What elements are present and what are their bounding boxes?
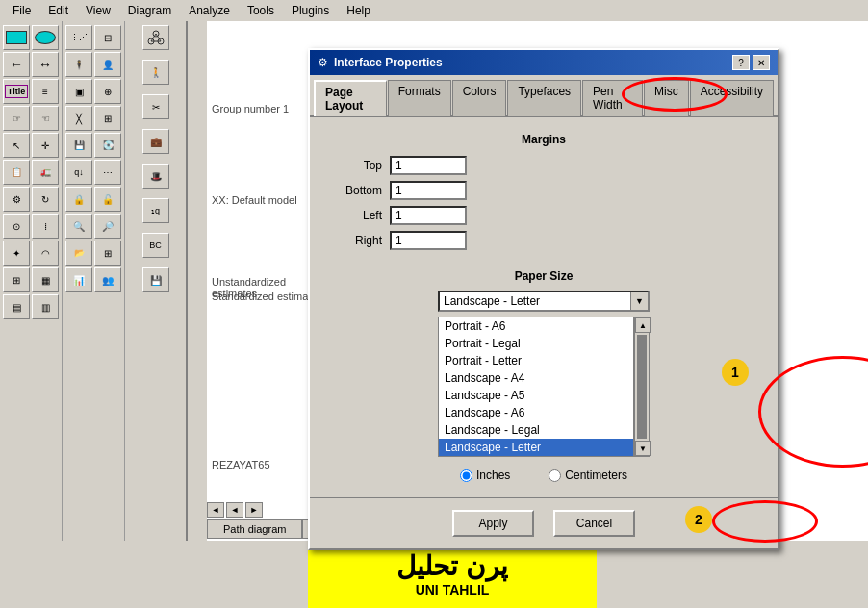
menu-view[interactable]: View bbox=[78, 2, 118, 19]
centimeters-radio-label[interactable]: Centimeters bbox=[549, 469, 627, 482]
tab-colors[interactable]: Colors bbox=[452, 80, 507, 116]
tool2-nodes[interactable]: ⊕ bbox=[94, 79, 121, 104]
tab-typefaces[interactable]: Typefaces bbox=[507, 80, 581, 116]
tool2-zoomin[interactable]: 🔍 bbox=[65, 214, 92, 239]
tool3-floppy[interactable]: 💾 bbox=[142, 267, 169, 292]
tool-bars[interactable]: ▥ bbox=[32, 294, 59, 319]
tool2-zoomout[interactable]: 🔎 bbox=[94, 214, 121, 239]
tab-pen-width[interactable]: Pen Width bbox=[582, 80, 643, 116]
dialog-tabs: Page Layout Formats Colors Typefaces Pen… bbox=[310, 75, 778, 117]
scroll-down-arrow[interactable]: ▼ bbox=[635, 441, 651, 456]
paper-dropdown-value[interactable]: Landscape - Letter bbox=[440, 292, 630, 310]
centimeters-radio[interactable] bbox=[549, 469, 561, 482]
dropdown-item-1[interactable]: Portrait - Legal bbox=[439, 335, 633, 352]
tool3-triforce[interactable] bbox=[142, 25, 169, 50]
tool2-grid3[interactable]: ⊞ bbox=[94, 241, 121, 266]
dropdown-item-2[interactable]: Portrait - Letter bbox=[439, 352, 633, 369]
tool2-lock[interactable]: 🔒 bbox=[65, 187, 92, 212]
tool2-histogram[interactable]: 📊 bbox=[65, 267, 92, 292]
tool2-disk[interactable]: 💽 bbox=[94, 133, 121, 158]
tool2-q[interactable]: q↓ bbox=[65, 160, 92, 185]
tool-truck[interactable]: 🚛 bbox=[32, 160, 59, 185]
tool-arc[interactable]: ◠ bbox=[32, 241, 59, 266]
tool-refresh[interactable]: ↻ bbox=[32, 187, 59, 212]
menu-file[interactable]: File bbox=[5, 2, 38, 19]
tool-pointer[interactable]: ↖ bbox=[3, 133, 30, 158]
tab-formats[interactable]: Formats bbox=[388, 80, 451, 116]
tool2-row-10: 📊 👥 bbox=[65, 267, 121, 292]
tool-arrow-right[interactable]: ↔ bbox=[32, 52, 59, 77]
cancel-button[interactable]: Cancel bbox=[553, 510, 635, 537]
inches-radio[interactable] bbox=[460, 469, 472, 482]
tab-misc[interactable]: Misc bbox=[644, 80, 689, 116]
tool3-person[interactable]: 🚶 bbox=[142, 60, 169, 85]
tab-path-diagram[interactable]: Path diagram bbox=[207, 519, 302, 539]
menu-plugins[interactable]: Plugins bbox=[284, 2, 337, 19]
default-model-label: XX: Default model bbox=[212, 194, 297, 206]
dropdown-item-4[interactable]: Landscape - A5 bbox=[439, 387, 633, 404]
scroll-right-btn[interactable]: ► bbox=[245, 502, 263, 518]
scroll-thumb[interactable] bbox=[637, 335, 647, 439]
tool-star[interactable]: ✦ bbox=[3, 241, 30, 266]
menu-diagram[interactable]: Diagram bbox=[120, 2, 179, 19]
tool-list[interactable]: ≡ bbox=[32, 79, 59, 104]
tool-oval[interactable] bbox=[32, 25, 59, 50]
tool2-unlock[interactable]: 🔓 bbox=[94, 187, 121, 212]
figure2-icon: 👤 bbox=[102, 60, 114, 70]
menu-edit[interactable]: Edit bbox=[40, 2, 76, 19]
histogram-icon: 📊 bbox=[73, 275, 85, 286]
tool2-network2[interactable]: ⋯ bbox=[94, 160, 121, 185]
tool2-row-3: ▣ ⊕ bbox=[65, 79, 121, 104]
dialog-close-btn[interactable]: ✕ bbox=[753, 55, 770, 70]
tool-copy[interactable]: 📋 bbox=[3, 160, 30, 185]
tab-accessibility[interactable]: Accessibility bbox=[690, 80, 774, 116]
menu-help[interactable]: Help bbox=[339, 2, 378, 19]
tool2-diagonal[interactable]: ╳ bbox=[65, 106, 92, 131]
tool3-suitcase[interactable]: 💼 bbox=[142, 129, 169, 154]
tool-crosshair[interactable]: ✛ bbox=[32, 133, 59, 158]
tool-circles[interactable]: ⊙ bbox=[3, 214, 30, 239]
tool2-clipboard[interactable]: 📂 bbox=[65, 241, 92, 266]
tool-arrow-left[interactable]: ← bbox=[3, 52, 30, 77]
tool2-save[interactable]: 💾 bbox=[65, 133, 92, 158]
tool2-figure2[interactable]: 👤 bbox=[94, 52, 121, 77]
tool-cyan-rect[interactable] bbox=[3, 25, 30, 50]
dropdown-item-6[interactable]: Landscape - Legal bbox=[439, 421, 633, 439]
dropdown-item-7[interactable]: Landscape - Letter bbox=[439, 439, 633, 456]
dropdown-item-3[interactable]: Landscape - A4 bbox=[439, 369, 633, 387]
tool-title[interactable]: Title bbox=[3, 79, 30, 104]
tool2-boxes[interactable]: ▣ bbox=[65, 79, 92, 104]
tool3-hat[interactable]: 🎩 bbox=[142, 164, 169, 189]
scroll-up-arrow[interactable]: ▲ bbox=[635, 317, 651, 333]
dropdown-item-0[interactable]: Portrait - A6 bbox=[439, 317, 633, 335]
margin-top-input[interactable] bbox=[390, 156, 467, 175]
tool2-people[interactable]: 👥 bbox=[94, 267, 121, 292]
tool3-q2[interactable]: ₁q bbox=[142, 198, 169, 223]
tool-table[interactable]: ⊞ bbox=[3, 267, 30, 292]
tool-hand1[interactable]: ☞ bbox=[3, 106, 30, 131]
tool3-scissors[interactable]: ✂ bbox=[142, 94, 169, 119]
tool2-network[interactable]: ⋮⋰ bbox=[65, 25, 92, 50]
tool2-figure1[interactable]: 🕴 bbox=[65, 52, 92, 77]
tool-striped[interactable]: ▤ bbox=[3, 294, 30, 319]
scroll-left2-btn[interactable]: ◄ bbox=[226, 502, 243, 518]
tool-dots[interactable]: ⁞ bbox=[32, 214, 59, 239]
tool3-text[interactable]: BC bbox=[142, 233, 169, 258]
margin-right-input[interactable] bbox=[390, 231, 467, 250]
tab-page-layout[interactable]: Page Layout bbox=[314, 80, 387, 116]
margin-left-input[interactable] bbox=[390, 206, 467, 225]
paper-dropdown-arrow[interactable]: ▼ bbox=[630, 292, 648, 310]
margin-bottom-input[interactable] bbox=[390, 181, 467, 200]
tool-gear[interactable]: ⚙ bbox=[3, 187, 30, 212]
tool-hand2[interactable]: ☜ bbox=[32, 106, 59, 131]
apply-button[interactable]: Apply bbox=[452, 510, 534, 537]
menu-analyze[interactable]: Analyze bbox=[181, 2, 238, 19]
tool-piano[interactable]: ▦ bbox=[32, 267, 59, 292]
inches-radio-label[interactable]: Inches bbox=[460, 469, 510, 482]
menu-tools[interactable]: Tools bbox=[240, 2, 282, 19]
scroll-left-btn[interactable]: ◄ bbox=[207, 502, 224, 518]
tool2-compress[interactable]: ⊞ bbox=[94, 106, 121, 131]
tool2-grid2[interactable]: ⊟ bbox=[94, 25, 121, 50]
dropdown-item-5[interactable]: Landscape - A6 bbox=[439, 404, 633, 421]
dialog-help-btn[interactable]: ? bbox=[732, 55, 750, 70]
